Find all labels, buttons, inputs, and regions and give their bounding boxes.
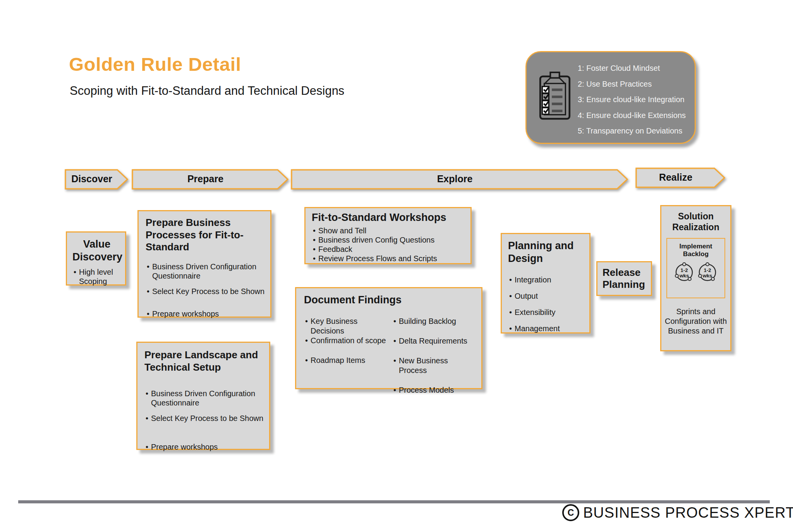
bullet-item: Management: [508, 324, 585, 333]
inner-box-title: Implement Backlog: [667, 243, 724, 258]
svg-text:wks: wks: [679, 273, 689, 279]
box-title: Fit-to-Standard Workshops: [312, 211, 466, 224]
golden-rules-list: 1: Foster Cloud Mindset 2: Use Best Prac…: [578, 64, 686, 142]
svg-text:1-2: 1-2: [704, 267, 711, 273]
prepare-landscape-box: Prepare Landscape and Technical Setup Bu…: [136, 342, 270, 450]
bullet-item: Prepare workshops: [144, 442, 264, 452]
bullet-item: Review Process Flows and Scripts: [312, 254, 466, 263]
bullet-item: Roadmap Items: [304, 356, 392, 365]
box-title: Release Planning: [597, 267, 651, 291]
prepare-business-processes-box: Prepare Business Processes for Fit-to-St…: [137, 210, 271, 318]
phase-arrow-discover: Discover: [65, 169, 128, 190]
golden-rule-item: 5: Transparency on Deviations: [578, 127, 686, 135]
box-title: Solution Realization: [664, 211, 727, 233]
golden-rule-item: 3: Ensure cloud-like Integration: [578, 95, 686, 104]
solution-realization-note: Sprints and Configuration with Business …: [664, 307, 727, 336]
page-subtitle: Scoping with Fit-to-Standard and Technic…: [70, 84, 344, 98]
bullet-item: High level Scoping: [72, 267, 121, 286]
golden-rule-item: 1: Foster Cloud Mindset: [578, 64, 686, 73]
box-title: Value Discovery: [72, 238, 121, 263]
bullet-item: New Business Process: [392, 356, 477, 375]
sprint-cycle-icon: 1-2 wks: [673, 262, 695, 283]
phase-label: Discover: [65, 173, 119, 185]
phase-label: Prepare: [132, 173, 279, 185]
footer-divider-line: [18, 500, 770, 503]
planning-and-design-box: Planning and Design Integration Output E…: [501, 233, 590, 334]
bullet-item: Building Backlog: [392, 316, 477, 326]
phase-arrow-prepare: Prepare: [132, 169, 288, 190]
bullet-item: Extensibility: [508, 308, 585, 317]
bullet-item: Feedback: [312, 245, 466, 254]
bullet-item: Integration: [508, 275, 585, 284]
bullet-item: Key Business Decisions: [304, 316, 392, 336]
bullet-item: Output: [508, 291, 585, 301]
golden-rules-panel: 1: Foster Cloud Mindset 2: Use Best Prac…: [525, 51, 696, 144]
phase-arrow-realize: Realize: [635, 168, 725, 188]
bullet-item: Prepare workshops: [146, 309, 265, 318]
footer-logo: C BUSINESS PROCESS XPERTS: [562, 504, 793, 521]
page-title: Golden Rule Detail: [69, 53, 241, 75]
box-title: Prepare Landscape and Technical Setup: [144, 349, 264, 373]
bullet-item: Show and Tell: [312, 226, 466, 235]
phase-label: Explore: [291, 173, 619, 185]
bullet-item: Confirmation of scope: [304, 336, 392, 346]
bullet-item: Select Key Process to be Shown: [146, 287, 265, 296]
golden-rule-item: 2: Use Best Practices: [578, 80, 686, 89]
golden-rule-item: 4: Ensure cloud-like Extensions: [578, 111, 686, 120]
svg-text:1-2: 1-2: [681, 267, 688, 273]
solution-realization-box: Solution Realization Implement Backlog 1…: [660, 205, 731, 351]
sprint-cycle-icon: 1-2 wks: [697, 262, 718, 283]
phase-label: Realize: [635, 172, 716, 183]
bullet-item: Process Models: [392, 385, 477, 395]
bullet-item: Business Driven Configuration Questionna…: [146, 262, 265, 281]
bullet-item: Delta Requirements: [392, 336, 477, 346]
slide-canvas: Golden Rule Detail Scoping with Fit-to-S…: [0, 0, 793, 532]
release-planning-box: Release Planning: [596, 261, 652, 296]
implement-backlog-box: Implement Backlog 1-2 wks 1-2 wks: [666, 238, 725, 298]
phase-arrow-explore: Explore: [291, 169, 628, 190]
checklist-clipboard-icon: [538, 70, 572, 121]
box-title: Planning and Design: [508, 239, 585, 265]
fit-to-standard-workshops-box: Fit-to-Standard Workshops Show and Tell …: [304, 207, 472, 264]
bullet-item: Select Key Process to be Shown: [144, 414, 264, 423]
bullet-item: Business driven Config Questions: [312, 235, 466, 245]
copyright-icon: C: [562, 504, 579, 521]
box-title: Document Findings: [304, 294, 477, 306]
box-title: Prepare Business Processes for Fit-to-St…: [146, 217, 265, 253]
svg-text:wks: wks: [702, 273, 712, 279]
document-findings-box: Document Findings Key Business Decisions…: [295, 287, 482, 389]
value-discovery-box: Value Discovery High level Scoping: [66, 231, 126, 286]
bullet-item: Business Driven Configuration Questionna…: [144, 389, 264, 407]
footer-logo-text: BUSINESS PROCESS XPERTS: [583, 505, 793, 521]
